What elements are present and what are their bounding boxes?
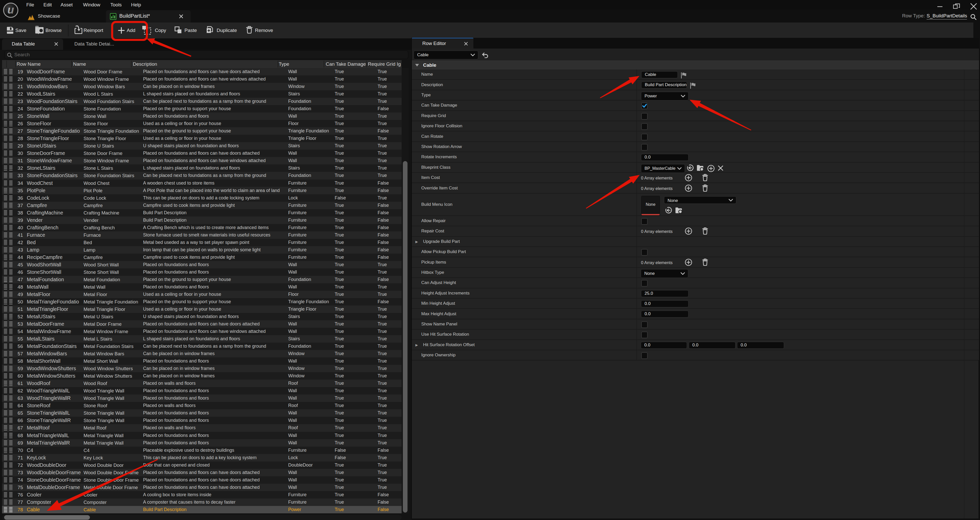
- svg-text:u: u: [7, 4, 14, 16]
